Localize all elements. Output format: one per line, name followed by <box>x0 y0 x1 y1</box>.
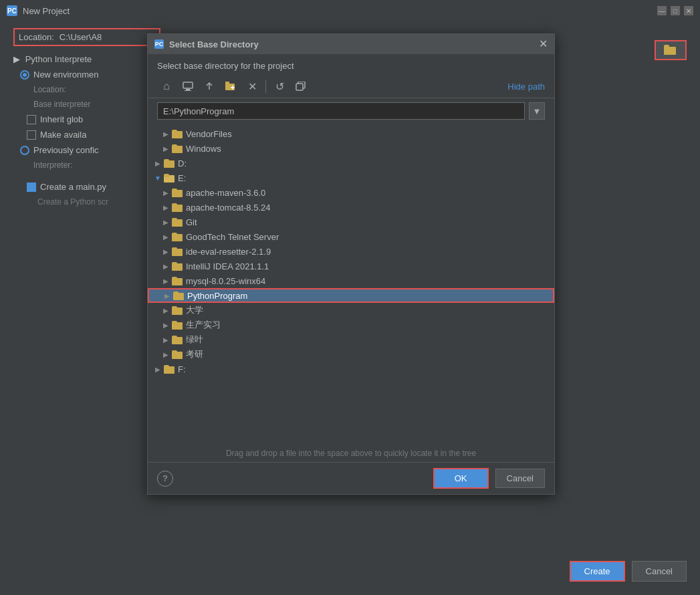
new-environment-radio[interactable] <box>20 70 29 80</box>
hide-path-link[interactable]: Hide path <box>507 82 545 92</box>
tree-item-d[interactable]: ▶ D: <box>148 156 554 170</box>
folder-open-icon <box>664 45 677 55</box>
svg-rect-10 <box>296 84 303 90</box>
close-button[interactable]: ✕ <box>684 6 693 15</box>
tree-item-vendorfiles[interactable]: ▶ VendorFiles <box>148 126 554 141</box>
up-button[interactable] <box>200 78 219 95</box>
folder-icon <box>172 321 183 330</box>
path-row: ▼ <box>148 98 554 124</box>
tree-item-shengchan[interactable]: ▶ 生产实习 <box>148 318 554 332</box>
expand-icon: ▼ <box>153 173 162 183</box>
tree-item-e[interactable]: ▼ E: <box>148 170 554 185</box>
tree-item-git[interactable]: ▶ Git <box>148 215 554 229</box>
select-base-dir-dialog: PC Select Base Directory ✕ Select base d… <box>147 33 555 495</box>
expand-icon: ▶ <box>161 306 170 315</box>
tree-item-luye[interactable]: ▶ 绿叶 <box>148 332 554 347</box>
ok-button[interactable]: OK <box>433 468 489 489</box>
expand-icon: ▶ <box>161 335 170 344</box>
modal-close-button[interactable]: ✕ <box>539 39 548 49</box>
expand-icon: ▶ <box>161 247 170 256</box>
expand-icon: ▶ <box>161 350 170 359</box>
path-input[interactable] <box>157 102 525 120</box>
make-avail-checkbox[interactable] <box>27 130 36 140</box>
svg-rect-6 <box>225 82 229 84</box>
folder-icon <box>164 365 174 374</box>
tree-item-windows[interactable]: ▶ Windows <box>148 141 554 156</box>
modal-title: Select Base Directory <box>169 39 259 49</box>
np-bottom-buttons: Create Cancel <box>570 561 687 582</box>
copy-icon <box>296 82 306 91</box>
new-folder-button[interactable] <box>221 78 240 95</box>
expand-icon: ▶ <box>161 276 170 285</box>
folder-icon <box>172 218 183 227</box>
expand-icon: ▶ <box>161 203 170 212</box>
expand-icon: ▶ <box>161 129 170 138</box>
expand-icon: ▶ <box>161 188 170 197</box>
new-folder-icon <box>225 82 236 91</box>
app-icon: PC <box>7 5 17 16</box>
computer-button[interactable] <box>179 78 197 95</box>
tree-item-kaoyan[interactable]: ▶ 考研 <box>148 347 554 362</box>
file-tree[interactable]: ▶ VendorFiles ▶ Windows ▶ D: ▼ E: ▶ apac… <box>148 124 554 445</box>
create-button[interactable]: Create <box>570 561 625 582</box>
tree-item-f[interactable]: ▶ F: <box>148 362 554 376</box>
tree-item-maven[interactable]: ▶ apache-maven-3.6.0 <box>148 185 554 200</box>
expand-icon: ▶ <box>153 158 162 168</box>
folder-icon <box>172 189 183 197</box>
svg-rect-4 <box>185 90 191 91</box>
modal-bottom: ? OK Cancel <box>148 462 554 494</box>
expand-icon: ▶ <box>161 261 170 271</box>
title-bar: PC New Project — □ ✕ <box>0 0 700 21</box>
folder-icon <box>172 277 183 285</box>
folder-open-icon <box>164 174 174 183</box>
folder-icon <box>172 336 183 344</box>
folder-browse-button[interactable] <box>655 40 687 60</box>
expand-icon: ▶ <box>161 217 170 227</box>
folder-icon <box>173 291 184 300</box>
folder-icon <box>172 130 183 138</box>
inherit-glob-checkbox[interactable] <box>27 115 36 124</box>
modal-icon: PC <box>154 39 164 49</box>
toolbar-divider <box>265 80 266 93</box>
help-button[interactable]: ? <box>157 471 173 487</box>
create-main-py-checkbox[interactable] <box>27 183 36 192</box>
expand-icon: ▶ <box>161 320 170 330</box>
location-label: Location: <box>19 32 54 42</box>
drag-drop-hint: Drag and drop a file into the space abov… <box>148 445 554 462</box>
location-row: Location: C:\User\A8 <box>13 28 160 46</box>
svg-rect-1 <box>664 45 669 48</box>
tree-item-intellij[interactable]: ▶ IntelliJ IDEA 2021.1.1 <box>148 259 554 273</box>
refresh-button[interactable]: ↺ <box>270 78 289 95</box>
folder-icon <box>172 247 183 256</box>
expand-icon: ▶ <box>153 364 162 374</box>
up-icon <box>205 82 214 91</box>
path-dropdown-button[interactable]: ▼ <box>529 102 545 120</box>
np-cancel-button[interactable]: Cancel <box>632 561 687 582</box>
folder-icon <box>172 144 183 153</box>
modal-title-bar: PC Select Base Directory ✕ <box>148 34 554 54</box>
window-title: New Project <box>23 6 70 16</box>
expand-icon: ▶ <box>162 291 172 300</box>
folder-icon <box>172 233 183 241</box>
folder-icon <box>172 203 183 212</box>
tree-item-tomcat[interactable]: ▶ apache-tomcat-8.5.24 <box>148 200 554 215</box>
minimize-button[interactable]: — <box>657 6 667 15</box>
modal-toolbar: ⌂ ✕ ↺ <box>148 75 554 98</box>
svg-rect-3 <box>186 89 190 90</box>
maximize-button[interactable]: □ <box>671 6 680 15</box>
folder-icon <box>172 306 183 315</box>
tree-item-daxue[interactable]: ▶ 大学 <box>148 303 554 318</box>
home-button[interactable]: ⌂ <box>157 78 176 95</box>
section-arrow: ▶ <box>13 54 20 64</box>
folder-icon <box>172 350 183 359</box>
tree-item-pythonprogram[interactable]: ▶ PythonProgram <box>148 288 554 303</box>
tree-item-ide-eval[interactable]: ▶ ide-eval-resetter-2.1.9 <box>148 244 554 259</box>
expand-icon: ▶ <box>161 232 170 241</box>
delete-button[interactable]: ✕ <box>243 78 261 95</box>
copy-path-button[interactable] <box>291 78 310 95</box>
tree-item-mysql[interactable]: ▶ mysql-8.0.25-winx64 <box>148 273 554 288</box>
folder-icon <box>172 262 183 271</box>
previously-config-radio[interactable] <box>20 146 29 155</box>
tree-item-goodtech[interactable]: ▶ GoodTech Telnet Server <box>148 229 554 244</box>
cancel-button[interactable]: Cancel <box>495 469 545 488</box>
